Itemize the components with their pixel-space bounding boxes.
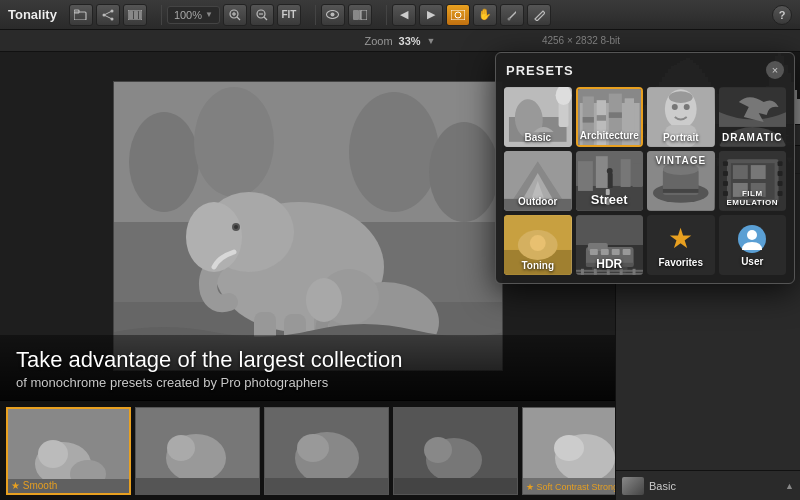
svg-line-14 xyxy=(237,17,240,20)
separator-2 xyxy=(315,5,316,25)
main-photo xyxy=(113,81,503,371)
presets-grid: Basic Architecture xyxy=(504,87,786,275)
thumb-3-img xyxy=(265,408,389,495)
preset-toning[interactable]: Toning xyxy=(504,215,572,275)
svg-line-6 xyxy=(104,15,112,19)
svg-rect-105 xyxy=(620,159,630,187)
preset-portrait[interactable]: Portrait xyxy=(647,87,715,147)
filmstrip-thumb-4[interactable] xyxy=(393,407,518,495)
preset-outdoor-label: Outdoor xyxy=(504,196,572,207)
svg-rect-8 xyxy=(129,11,133,19)
preset-basic[interactable]: Basic xyxy=(504,87,572,147)
basic-expand-arrow[interactable]: ▲ xyxy=(785,481,794,491)
share-button[interactable] xyxy=(96,4,120,26)
preset-basic-label: Basic xyxy=(504,132,572,143)
preset-film-label: FILM EMULATION xyxy=(719,189,787,207)
zoom-bar-value: 33% xyxy=(399,35,421,47)
fit-button[interactable]: FIT xyxy=(277,4,301,26)
filmstrip-thumb-2[interactable] xyxy=(135,407,260,495)
svg-rect-103 xyxy=(577,161,592,191)
presets-popup: PRESETS × Basic xyxy=(495,52,795,284)
zoom-bar: Zoom 33% ▼ 4256 × 2832 8-bit xyxy=(0,30,800,52)
svg-rect-123 xyxy=(777,181,782,186)
svg-point-50 xyxy=(306,278,342,322)
histogram-bar xyxy=(797,99,800,124)
zoom-dropdown-arrow: ▼ xyxy=(205,10,213,19)
presets-close-button[interactable]: × xyxy=(766,61,784,79)
svg-point-24 xyxy=(455,12,461,18)
svg-rect-83 xyxy=(582,117,593,123)
preset-film[interactable]: FILM EMULATION xyxy=(719,151,787,211)
brush-tool[interactable] xyxy=(500,4,524,26)
svg-point-34 xyxy=(429,122,499,222)
svg-rect-119 xyxy=(722,181,727,186)
preset-toning-bg: Toning xyxy=(504,215,572,275)
preset-outdoor[interactable]: Outdoor xyxy=(504,151,572,211)
svg-marker-26 xyxy=(535,11,545,21)
help-label: ? xyxy=(779,9,786,21)
svg-rect-59 xyxy=(136,478,260,495)
svg-point-37 xyxy=(186,202,242,272)
preset-hdr[interactable]: HDR xyxy=(576,215,644,275)
preview-button[interactable] xyxy=(321,4,345,26)
svg-point-31 xyxy=(129,112,199,212)
zoom-value: 100% xyxy=(174,9,202,21)
svg-point-108 xyxy=(606,168,612,174)
filmstrip-thumb-3[interactable] xyxy=(264,407,389,495)
filmstrip-button[interactable] xyxy=(123,4,147,26)
preset-vintage-label: VINTAGE xyxy=(647,155,715,166)
preset-favorites[interactable]: ★ Favorites xyxy=(647,215,715,275)
separator-3 xyxy=(386,5,387,25)
zoom-out-button[interactable] xyxy=(250,4,274,26)
svg-point-132 xyxy=(530,235,546,251)
svg-point-152 xyxy=(747,230,757,240)
svg-rect-118 xyxy=(722,171,727,176)
zoom-display[interactable]: 100% ▼ xyxy=(167,6,220,24)
svg-rect-140 xyxy=(589,249,597,255)
svg-rect-121 xyxy=(777,161,782,166)
preset-vintage[interactable]: VINTAGE xyxy=(647,151,715,211)
prev-button[interactable]: ◀ xyxy=(392,4,416,26)
preset-hdr-label: HDR xyxy=(576,257,644,271)
filmstrip: ★ Smooth xyxy=(0,400,615,500)
svg-point-62 xyxy=(297,434,329,462)
svg-rect-21 xyxy=(361,10,367,20)
svg-rect-125 xyxy=(732,165,747,179)
svg-rect-113 xyxy=(663,189,699,193)
preset-dramatic-label: DRAMATIC xyxy=(719,132,787,143)
filmstrip-thumb-5[interactable]: ★ Soft Contrast Strong xyxy=(522,407,615,495)
preset-film-bg: FILM EMULATION xyxy=(719,151,787,211)
preset-architecture-bg: Architecture xyxy=(578,89,642,145)
zoom-in-button[interactable] xyxy=(223,4,247,26)
svg-point-19 xyxy=(331,13,335,17)
help-button[interactable]: ? xyxy=(772,5,792,25)
svg-rect-122 xyxy=(777,171,782,176)
preset-user[interactable]: User xyxy=(719,215,787,275)
toolbar-file-group xyxy=(69,4,150,26)
preset-street[interactable]: Street xyxy=(576,151,644,211)
zoom-bar-center: Zoom 33% ▼ xyxy=(364,35,435,47)
svg-rect-143 xyxy=(622,249,630,255)
compare-button[interactable] xyxy=(348,4,372,26)
preset-street-bg: Street xyxy=(576,151,644,211)
preset-vintage-bg: VINTAGE xyxy=(647,151,715,211)
open-button[interactable] xyxy=(69,4,93,26)
preset-dramatic[interactable]: DRAMATIC xyxy=(719,87,787,147)
preset-outdoor-bg: Outdoor xyxy=(504,151,572,211)
photo-svg xyxy=(114,82,503,371)
svg-point-32 xyxy=(194,87,274,197)
user-icon xyxy=(737,224,767,254)
svg-rect-106 xyxy=(632,163,642,187)
photo-mode-button[interactable] xyxy=(446,4,470,26)
next-button[interactable]: ▶ xyxy=(419,4,443,26)
thumb-4-img xyxy=(394,408,518,495)
svg-rect-117 xyxy=(722,161,727,166)
thumb-2-img xyxy=(136,408,260,495)
zoom-bar-arrow[interactable]: ▼ xyxy=(427,36,436,46)
hand-tool[interactable]: ✋ xyxy=(473,4,497,26)
filmstrip-thumb-1[interactable]: ★ Smooth xyxy=(6,407,131,495)
preset-street-label: Street xyxy=(576,192,644,207)
preset-architecture[interactable]: Architecture xyxy=(576,87,644,147)
eraser-tool[interactable] xyxy=(527,4,551,26)
preset-basic-bg: Basic xyxy=(504,87,572,147)
